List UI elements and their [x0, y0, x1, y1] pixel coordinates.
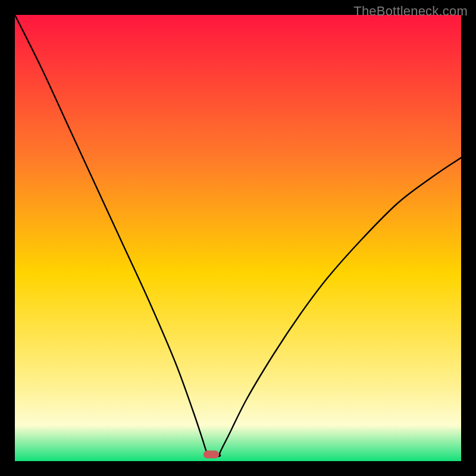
optimum-marker: [203, 450, 219, 458]
chart-frame: TheBottleneck.com: [0, 0, 476, 476]
plot-svg: [15, 15, 461, 461]
gradient-rect: [15, 15, 461, 461]
plot-area: [15, 15, 461, 461]
watermark-text: TheBottleneck.com: [353, 4, 468, 19]
